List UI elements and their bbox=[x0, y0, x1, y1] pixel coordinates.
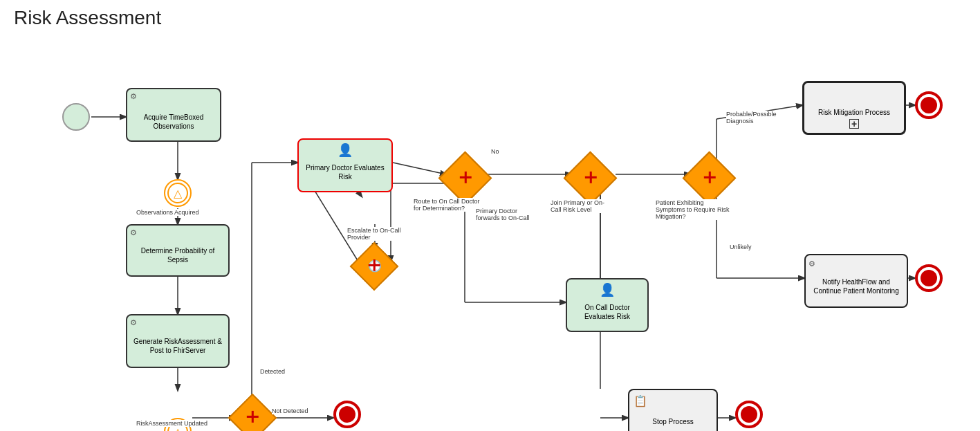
end-event-stop bbox=[735, 401, 763, 428]
end-event-risk bbox=[915, 91, 943, 119]
task-primary-doctor[interactable]: 👤 Primary Doctor Evaluates Risk bbox=[297, 138, 393, 192]
task-generate[interactable]: ⚙ Generate RiskAssessment & Post to Fhir… bbox=[126, 314, 230, 368]
gateway-symptoms: ✕ bbox=[690, 159, 728, 197]
task-on-call-doctor[interactable]: 👤 On Call Doctor Evaluates Risk bbox=[566, 278, 649, 332]
route-label: Route to On Call Doctor for Determinatio… bbox=[414, 198, 483, 212]
doc-icon-stop: 📋 bbox=[634, 394, 647, 409]
end-circle-stop bbox=[735, 401, 763, 428]
triangle-icon: △ bbox=[174, 187, 182, 200]
plus-marker: + bbox=[849, 119, 859, 129]
task-risk-mitigation-label: Risk Mitigation Process bbox=[818, 108, 890, 117]
page-title: Risk Assessment bbox=[0, 0, 980, 36]
fwd-label: Primary Doctor forwards to On-Call bbox=[476, 208, 538, 221]
task-determine-label: Determine Probability of Sepsis bbox=[130, 246, 225, 264]
task-stop-process[interactable]: 📋 Stop Process bbox=[628, 389, 718, 431]
end-circle-notify bbox=[915, 264, 943, 292]
ra-updated-label: RiskAssessment Updated bbox=[136, 420, 207, 427]
join-label: Join Primary or On-Call Risk Level bbox=[551, 199, 613, 213]
end-circle-not-detected bbox=[333, 401, 361, 428]
end-circle-risk bbox=[915, 91, 943, 119]
svg-line-9 bbox=[393, 163, 446, 174]
task-generate-label: Generate RiskAssessment & Post to FhirSe… bbox=[130, 337, 225, 355]
probable-label: Probable/Possible Diagnosis bbox=[726, 111, 795, 125]
gateway-escalate: ✕ bbox=[357, 249, 391, 284]
gear-icon: ⚙ bbox=[130, 91, 137, 101]
task-primary-doctor-label: Primary Doctor Evaluates Risk bbox=[302, 163, 389, 181]
detected-label: Detected bbox=[260, 368, 285, 375]
triangle-icon-ra: △ bbox=[174, 425, 182, 432]
not-detected-label: Not Detected bbox=[272, 407, 308, 414]
intermediate-event-obs: △ bbox=[164, 179, 192, 207]
person-icon-primary: 👤 bbox=[338, 143, 353, 158]
task-on-call-label: On Call Doctor Evaluates Risk bbox=[570, 303, 645, 321]
task-stop-label: Stop Process bbox=[652, 417, 693, 426]
gateway-not-detected: ✕ bbox=[235, 401, 270, 431]
gateway-join: ✕ bbox=[571, 159, 609, 197]
gear-icon-determine: ⚙ bbox=[130, 228, 137, 237]
escalate-label: Escalate to On-Call Provider bbox=[347, 227, 403, 241]
end-event-not-detected bbox=[333, 401, 361, 428]
task-notify-label: Notify HealthFlow and Continue Patient M… bbox=[808, 277, 904, 295]
obs-acquired-label: Observations Acquired bbox=[136, 209, 199, 216]
task-risk-mitigation[interactable]: Risk Mitigation Process + bbox=[802, 81, 906, 135]
gear-icon-generate: ⚙ bbox=[130, 318, 137, 327]
symptoms-label: Patient Exhibiting Symptoms to Require R… bbox=[656, 199, 732, 220]
gateway-route: ✕ bbox=[446, 159, 484, 197]
bpmn-canvas: ⚙ Acquire TimeBoxed Observations △ Obser… bbox=[0, 36, 980, 431]
end-event-notify bbox=[915, 264, 943, 292]
task-notify[interactable]: ⚙ Notify HealthFlow and Continue Patient… bbox=[804, 254, 908, 308]
gear-icon-notify: ⚙ bbox=[808, 259, 815, 268]
unlikely-label: Unlikely bbox=[730, 244, 752, 250]
person-icon-oncall: 👤 bbox=[600, 282, 615, 298]
task-acquire-label: Acquire TimeBoxed Observations bbox=[130, 113, 217, 131]
start-event bbox=[62, 103, 90, 131]
no-label: No bbox=[491, 148, 499, 155]
task-acquire[interactable]: ⚙ Acquire TimeBoxed Observations bbox=[126, 88, 221, 142]
task-determine[interactable]: ⚙ Determine Probability of Sepsis bbox=[126, 224, 230, 277]
